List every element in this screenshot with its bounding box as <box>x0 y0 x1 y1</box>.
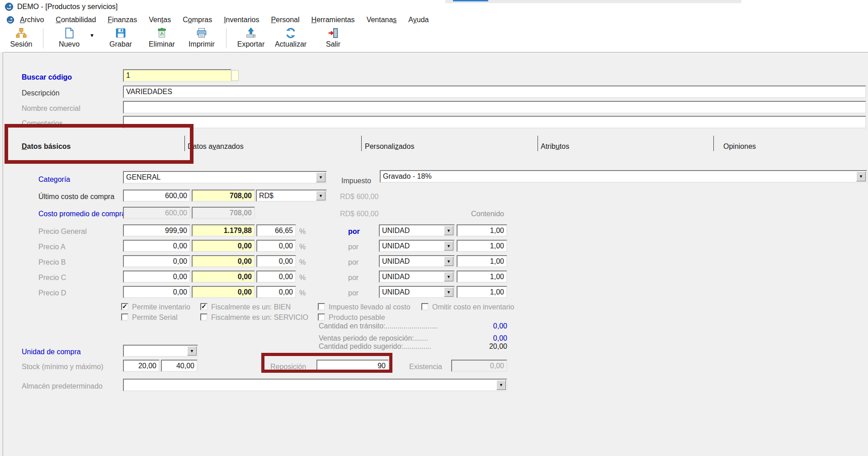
exit-door-icon <box>327 27 339 39</box>
precio-margin-input[interactable] <box>256 240 296 252</box>
chevron-down-icon[interactable]: ▼ <box>444 272 453 281</box>
precio-contenido-input[interactable] <box>457 286 507 298</box>
new-document-icon <box>63 27 75 39</box>
nombre-comercial-input[interactable] <box>123 101 866 114</box>
menu-herramientas[interactable]: Herramientas <box>311 14 356 25</box>
percent-sign: % <box>299 289 306 297</box>
categoria-select[interactable]: GENERAL ▼ <box>123 171 327 184</box>
omitir-costo-checkbox[interactable] <box>421 303 429 310</box>
precio-tax-input[interactable] <box>192 240 255 252</box>
impuesto-select[interactable]: Gravado - 18% ▼ <box>380 170 867 183</box>
chevron-down-icon[interactable]: ▼ <box>316 191 326 200</box>
eliminar-button[interactable]: Eliminar <box>146 27 178 48</box>
menu-compras[interactable]: Compras <box>182 14 213 25</box>
precio-tax-input[interactable] <box>192 286 255 298</box>
precio-base-input[interactable] <box>123 271 190 283</box>
moneda-select[interactable]: RD$ ▼ <box>256 190 327 202</box>
nuevo-button[interactable]: Nuevo <box>56 27 82 48</box>
precio-margin-input[interactable] <box>256 255 296 267</box>
almacen-select[interactable]: ▼ <box>123 379 507 391</box>
tab-opiniones[interactable]: Opiniones <box>723 142 756 151</box>
menu-ventanas[interactable]: Ventanas <box>366 14 398 25</box>
stock-label: Stock (mínimo y máximo) <box>22 363 103 371</box>
imprimir-button[interactable]: Imprimir <box>185 27 218 48</box>
menu-inventarios[interactable]: Inventarios <box>223 14 260 25</box>
actualizar-button[interactable]: Actualizar <box>272 27 309 48</box>
precio-margin-input[interactable] <box>256 271 296 283</box>
ventas-reposicion-label: Ventas periodo de reposición:....... <box>319 334 428 342</box>
ultimo-costo-base-input[interactable] <box>123 190 190 202</box>
producto-pesable-checkbox[interactable] <box>318 314 325 321</box>
chevron-down-icon[interactable]: ▼ <box>444 287 453 297</box>
por-label: por <box>348 258 359 266</box>
menu-contabilidad[interactable]: Contabilidad <box>55 14 97 25</box>
costo-promedio-tax-input <box>192 207 255 219</box>
existencia-label: Existencia <box>409 363 442 371</box>
precio-tax-input[interactable] <box>192 224 255 237</box>
buscar-codigo-browse-button[interactable] <box>231 70 239 81</box>
precio-contenido-input[interactable] <box>457 224 507 237</box>
precio-contenido-input[interactable] <box>457 255 507 267</box>
chevron-down-icon[interactable]: ▼ <box>444 226 453 235</box>
chevron-down-icon[interactable]: ▼ <box>316 172 326 182</box>
background-window-edge <box>445 0 741 3</box>
app-icon-small <box>6 16 14 24</box>
menu-ventas[interactable]: Ventas <box>148 14 172 25</box>
impuesto-llevado-checkbox[interactable] <box>318 303 325 310</box>
export-icon <box>245 27 257 39</box>
precio-margin-input[interactable] <box>256 224 296 237</box>
costo-promedio-base-input <box>123 207 190 219</box>
precio-tax-input[interactable] <box>192 271 255 283</box>
precio-base-input[interactable] <box>123 240 190 252</box>
precio-base-input[interactable] <box>123 224 190 237</box>
tab-separator <box>361 136 362 151</box>
buscar-codigo-input[interactable] <box>123 69 231 82</box>
precio-base-input[interactable] <box>123 286 190 298</box>
checkbox-label: Producto pesable <box>329 314 385 322</box>
comentarios-input[interactable] <box>123 116 866 128</box>
exportar-button[interactable]: Exportar <box>234 27 268 48</box>
unidad-compra-select[interactable]: ▼ <box>123 345 198 357</box>
ultimo-costo-tax-input[interactable] <box>192 190 255 202</box>
chevron-down-icon[interactable]: ▼ <box>444 256 453 266</box>
menu-personal[interactable]: Personal <box>270 14 300 25</box>
grabar-button[interactable]: Grabar <box>107 27 135 48</box>
precio-unit-select[interactable]: UNIDAD ▼ <box>379 240 455 252</box>
menu-archivo[interactable]: Archivo <box>19 14 45 25</box>
precio-unit-select[interactable]: UNIDAD ▼ <box>379 271 455 283</box>
tab-datos-avanzados[interactable]: Datos avanzados <box>188 142 244 151</box>
precio-base-input[interactable] <box>123 255 190 267</box>
chevron-down-icon[interactable]: ▼ <box>856 171 866 181</box>
pedido-sugerido-label: Cantidad pedido sugerido:.............. <box>319 342 431 351</box>
precio-margin-input[interactable] <box>256 286 296 298</box>
cantidad-transito-value: 0,00 <box>469 322 507 330</box>
nuevo-dropdown-arrow[interactable]: ▼ <box>90 33 94 38</box>
tab-separator <box>713 136 714 151</box>
chevron-down-icon[interactable]: ▼ <box>496 380 506 390</box>
precio-unit-select[interactable]: UNIDAD ▼ <box>379 255 455 267</box>
permite-serial-checkbox[interactable] <box>121 314 128 321</box>
por-label: por <box>348 243 359 251</box>
sesion-button[interactable]: Sesión <box>7 27 35 48</box>
precio-tax-input[interactable] <box>192 255 255 267</box>
costo-promedio-ref: RD$ 600,00 <box>340 210 378 218</box>
menu-ayuda[interactable]: Ayuda <box>407 14 429 25</box>
fiscalmente-servicio-checkbox[interactable] <box>200 314 208 321</box>
precio-unit-select[interactable]: UNIDAD ▼ <box>379 286 455 298</box>
precio-contenido-input[interactable] <box>457 240 507 252</box>
chevron-down-icon[interactable]: ▼ <box>444 241 453 251</box>
permite-inventario-checkbox[interactable] <box>121 303 128 310</box>
precio-unit-select[interactable]: UNIDAD ▼ <box>379 224 455 237</box>
costo-promedio-label: Costo promedio de compra <box>38 210 126 218</box>
tab-personalizados[interactable]: Personalizados <box>365 142 414 151</box>
chevron-down-icon[interactable]: ▼ <box>187 346 197 356</box>
stock-min-input[interactable] <box>123 360 160 372</box>
descripcion-input[interactable] <box>123 86 866 98</box>
precio-contenido-input[interactable] <box>457 271 507 283</box>
stock-max-input[interactable] <box>161 360 198 372</box>
salir-button[interactable]: Salir <box>322 27 344 48</box>
save-floppy-icon <box>115 27 127 39</box>
tab-atributos[interactable]: Atributos <box>541 142 569 151</box>
menu-finanzas[interactable]: Finanzas <box>107 14 138 25</box>
fiscalmente-bien-checkbox[interactable] <box>200 303 208 310</box>
